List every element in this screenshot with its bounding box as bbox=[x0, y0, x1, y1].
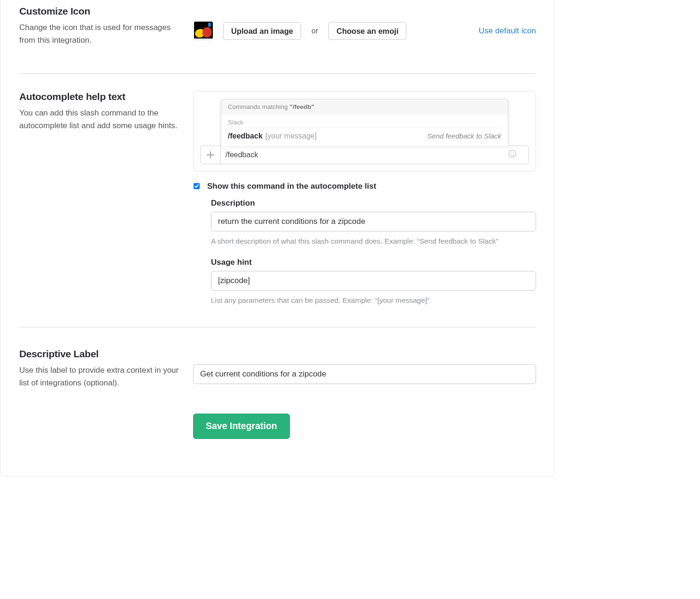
choose-emoji-button[interactable]: Choose an emoji bbox=[328, 22, 406, 40]
customize-icon-title: Customize Icon bbox=[19, 5, 186, 17]
attach-icon[interactable] bbox=[200, 146, 221, 164]
description-help: A short description of what this slash c… bbox=[211, 236, 536, 246]
dropdown-command-desc: Send feedback to Slack bbox=[427, 132, 501, 140]
save-integration-button[interactable]: Save Integration bbox=[193, 414, 290, 438]
section-descriptive-label: Descriptive Label Use this label to prov… bbox=[19, 328, 536, 414]
descriptive-label-desc: Use this label to provide extra context … bbox=[19, 364, 186, 389]
upload-image-button[interactable]: Upload an image bbox=[223, 22, 301, 40]
usage-block: Usage hint List any parameters that can … bbox=[211, 258, 536, 306]
section-customize-icon: Customize Icon Change the icon that is u… bbox=[19, 2, 536, 73]
message-input-preview: /feedback bbox=[221, 146, 529, 164]
matching-prefix: Commands matching bbox=[228, 103, 289, 110]
show-in-autocomplete-row: Show this command in the autocomplete li… bbox=[193, 182, 536, 191]
integration-settings-page: Customize Icon Change the icon that is u… bbox=[0, 0, 554, 476]
section-save: Save Integration bbox=[19, 414, 536, 438]
svg-point-0 bbox=[509, 150, 516, 157]
svg-point-2 bbox=[513, 152, 514, 153]
dropdown-header: Commands matching "/feedb" bbox=[221, 100, 508, 114]
customize-icon-desc: Change the icon that is used for message… bbox=[19, 21, 186, 46]
description-label: Description bbox=[211, 199, 536, 208]
dropdown-command-hint: [your message] bbox=[265, 132, 317, 140]
svg-point-1 bbox=[511, 152, 512, 153]
autocomplete-title: Autocomplete help text bbox=[19, 90, 186, 103]
descriptive-label-input[interactable] bbox=[193, 364, 536, 384]
descriptive-label-title: Descriptive Label bbox=[19, 347, 186, 360]
message-input-row: /feedback bbox=[200, 146, 529, 164]
use-default-icon-link[interactable]: Use default icon bbox=[479, 26, 536, 36]
matching-typed: "/feedb" bbox=[289, 103, 314, 110]
autocomplete-preview: Commands matching "/feedb" Slack /feedba… bbox=[193, 91, 536, 171]
dropdown-command: /feedback bbox=[228, 132, 263, 140]
usage-help: List any parameters that can be passed. … bbox=[211, 295, 536, 306]
emoji-icon[interactable] bbox=[508, 149, 517, 161]
autocomplete-dropdown: Commands matching "/feedb" Slack /feedba… bbox=[221, 99, 508, 146]
description-input[interactable] bbox=[211, 212, 536, 231]
icon-controls-row: Upload an image or Choose an emoji Use d… bbox=[193, 5, 536, 40]
show-in-autocomplete-checkbox[interactable] bbox=[194, 183, 200, 189]
dropdown-command-row: /feedback [your message] Send feedback t… bbox=[228, 128, 501, 140]
usage-input[interactable] bbox=[211, 271, 536, 291]
section-autocomplete: Autocomplete help text You can add this … bbox=[19, 74, 536, 327]
autocomplete-desc: You can add this slash command to the au… bbox=[19, 107, 186, 132]
or-separator: or bbox=[311, 27, 318, 35]
description-block: Description A short description of what … bbox=[211, 199, 536, 246]
dropdown-group-label: Slack bbox=[228, 117, 501, 128]
usage-label: Usage hint bbox=[211, 258, 536, 267]
show-in-autocomplete-label[interactable]: Show this command in the autocomplete li… bbox=[207, 182, 376, 191]
integration-icon-preview bbox=[194, 22, 213, 40]
